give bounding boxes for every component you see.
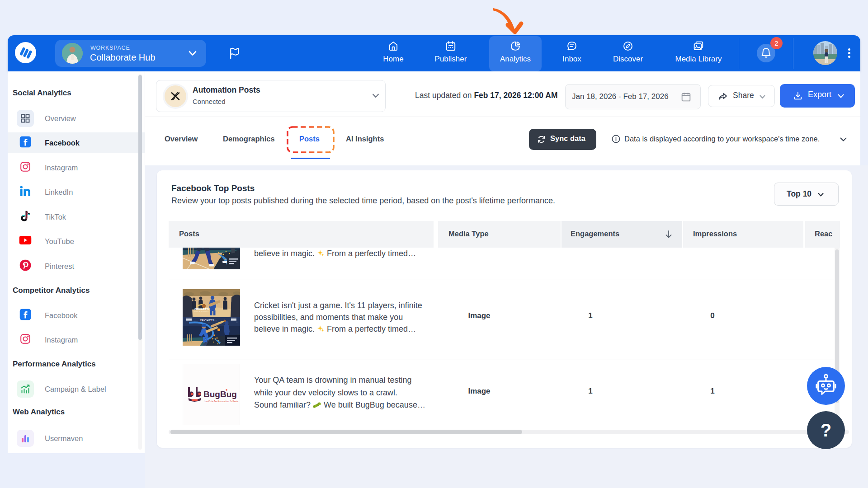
svg-text:MAGICAL MOMENTS: MAGICAL MOMENTS [194,311,208,313]
svg-text:CRICKET'S: CRICKET'S [194,308,209,310]
svg-text:BugBug: BugBug [203,389,237,399]
svg-text:CRICKET'S: CRICKET'S [200,319,214,322]
svg-text:Low-Code Test Automation. 3x F: Low-Code Test Automation. 3x Faster [204,400,239,403]
